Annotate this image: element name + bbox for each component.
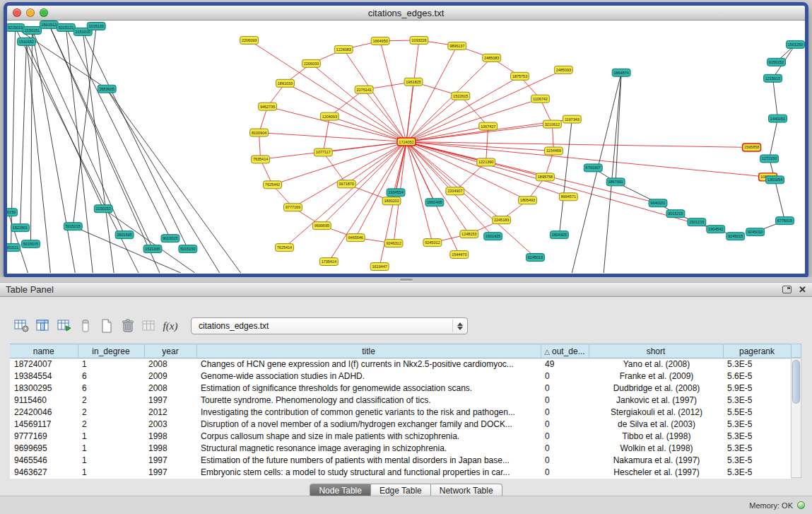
graph-node[interactable]: 1204093 [320, 112, 339, 120]
graph-node[interactable]: 1895758 [536, 173, 554, 181]
graph-node[interactable]: 9699695 [312, 222, 331, 230]
graph-node[interactable]: 1510152 [18, 37, 36, 45]
network-canvas[interactable]: 1724052924631294655469699695977716976254… [7, 21, 805, 273]
window-titlebar[interactable]: citations_edges.txt [7, 6, 805, 21]
column-header-pagerank[interactable]: pagerank [723, 344, 791, 358]
graph-node[interactable]: 5015015 [22, 240, 40, 248]
graph-node[interactable]: 2206033 [302, 59, 320, 67]
graph-node[interactable]: 9015015 [161, 235, 180, 243]
graph-node[interactable]: 1015120 [87, 22, 105, 30]
graph-node[interactable]: 6791907 [584, 164, 602, 172]
graph-node[interactable]: 9777169 [283, 204, 302, 211]
graph-node[interactable]: 1501250 [786, 40, 804, 48]
graph-node[interactable]: 9245013 [526, 254, 545, 262]
graph-node[interactable]: 5015121 [57, 23, 75, 31]
graph-node[interactable]: 2245183 [493, 216, 511, 224]
graph-node[interactable]: 9896137 [448, 42, 466, 49]
graph-node[interactable]: 9245012 [423, 239, 442, 247]
graph-node[interactable]: 2204907 [446, 187, 464, 195]
graph-node[interactable]: 1301054 [766, 176, 784, 184]
graph-node[interactable]: 1830202 [382, 197, 401, 205]
split-divider[interactable] [0, 277, 812, 282]
graph-node[interactable]: 1197343 [563, 115, 581, 123]
graph-node[interactable]: 1934554 [387, 189, 405, 197]
graph-node[interactable]: 1619447 [370, 263, 389, 271]
column-header-year[interactable]: year [144, 344, 196, 358]
close-panel-icon[interactable]: ✕ [799, 286, 806, 293]
table-row[interactable]: 1830029562008Estimation of significance … [10, 382, 791, 395]
table-row[interactable]: 1938455462009Genome-wide association stu… [10, 370, 791, 382]
graph-node[interactable]: 1521501 [11, 224, 30, 232]
column-header-out_de[interactable]: △out_de... [541, 344, 589, 358]
graph-node[interactable]: 7625414 [276, 244, 294, 252]
graph-node[interactable]: 1106742 [531, 95, 550, 103]
graph-node[interactable]: 1595858 [743, 144, 761, 151]
table-row[interactable]: 946554611997Estimation of the future num… [10, 455, 791, 467]
table-settings-button[interactable] [11, 316, 33, 336]
graph-node[interactable]: 9640151 [649, 199, 667, 207]
column-header-title[interactable]: title [196, 344, 541, 358]
float-panel-icon[interactable] [782, 286, 792, 293]
table-row[interactable]: 946362711997Embryonic stem cells: a mode… [10, 467, 791, 479]
graph-node[interactable]: 1440151 [769, 115, 787, 122]
graph-node[interactable]: 1215015 [764, 74, 782, 82]
graph-node[interactable]: 1248153 [460, 230, 478, 238]
graph-node[interactable]: 1664950 [371, 37, 389, 45]
graph-node[interactable]: 9015215 [666, 210, 685, 218]
table-row[interactable]: 969969511998Structural magnetic resonanc… [10, 443, 791, 455]
graph-node[interactable]: 1522615 [452, 92, 470, 100]
graph-node[interactable]: 9465546 [346, 234, 365, 242]
graph-node[interactable]: 1604925 [550, 231, 568, 239]
graph-node[interactable]: 1226083 [334, 45, 353, 53]
graph-node[interactable]: 2150152 [94, 205, 112, 213]
graph-node[interactable]: 2206093 [240, 36, 259, 44]
split-grip[interactable] [400, 279, 413, 281]
table-row[interactable]: 2242004622012Investigating the contribut… [10, 407, 791, 419]
graph-node[interactable]: 1077117 [314, 148, 332, 156]
graph-node[interactable]: 2485083 [483, 54, 501, 62]
graph-node[interactable]: 5015150 [179, 245, 197, 253]
graph-node[interactable]: 2150151 [23, 26, 42, 34]
column-header-in_degree[interactable]: in_degree [78, 344, 144, 358]
graph-node[interactable]: 9245015 [726, 233, 745, 240]
graph-node[interactable]: 1867991 [606, 178, 625, 186]
table-row[interactable]: 1872400712008Changes of HCN gene express… [10, 358, 791, 370]
column-header-name[interactable]: name [10, 344, 78, 358]
zoom-window-button[interactable] [40, 8, 48, 17]
graph-node[interactable]: 3210612 [543, 120, 561, 128]
graph-node[interactable]: 1735414 [319, 258, 338, 266]
graph-node[interactable]: 8994571 [559, 193, 577, 201]
graph-node[interactable]: 1601925 [484, 233, 502, 240]
table-row[interactable]: 977716911998Corpus callosum shape and si… [10, 431, 791, 443]
graph-node[interactable]: 2150150 [7, 209, 18, 216]
scrollbar-thumb[interactable] [792, 360, 800, 404]
graph-node[interactable]: 1501512 [40, 21, 58, 28]
import-table-button[interactable] [54, 316, 75, 336]
graph-node[interactable]: 1875753 [511, 72, 529, 80]
function-builder-button[interactable]: f(x) [160, 316, 181, 336]
graph-node[interactable]: 9245010 [746, 228, 765, 236]
graph-node[interactable]: 2485093 [554, 66, 572, 74]
table-disabled-button[interactable] [139, 316, 160, 336]
graph-node[interactable]: 1521335 [143, 245, 162, 253]
delete-table-button[interactable] [117, 316, 139, 336]
new-table-button[interactable] [96, 316, 117, 336]
graph-node[interactable]: 9246312 [384, 240, 403, 247]
graph-node[interactable]: 1272150 [760, 155, 779, 163]
close-window-button[interactable] [13, 8, 21, 17]
graph-node[interactable]: 1864874 [612, 69, 630, 76]
graph-node[interactable]: 8100904 [250, 129, 269, 136]
graph-node[interactable]: 1660495 [425, 199, 444, 206]
column-button[interactable] [75, 316, 96, 336]
graph-node[interactable]: 9150152 [767, 58, 786, 66]
graph-node[interactable]: 1544470 [450, 251, 469, 259]
minimize-window-button[interactable] [26, 8, 35, 17]
graph-node[interactable]: 6775015 [776, 217, 794, 225]
graph-node[interactable]: 1501521 [7, 244, 20, 252]
graph-node[interactable]: 9462735 [259, 103, 277, 110]
table-source-dropdown[interactable]: citations_edges.txt [191, 317, 468, 334]
graph-node[interactable]: 1724052 [397, 138, 416, 146]
graph-node[interactable]: 2275141 [355, 86, 373, 93]
show-columns-button[interactable] [33, 316, 54, 336]
graph-node[interactable]: 1221390 [477, 158, 495, 166]
